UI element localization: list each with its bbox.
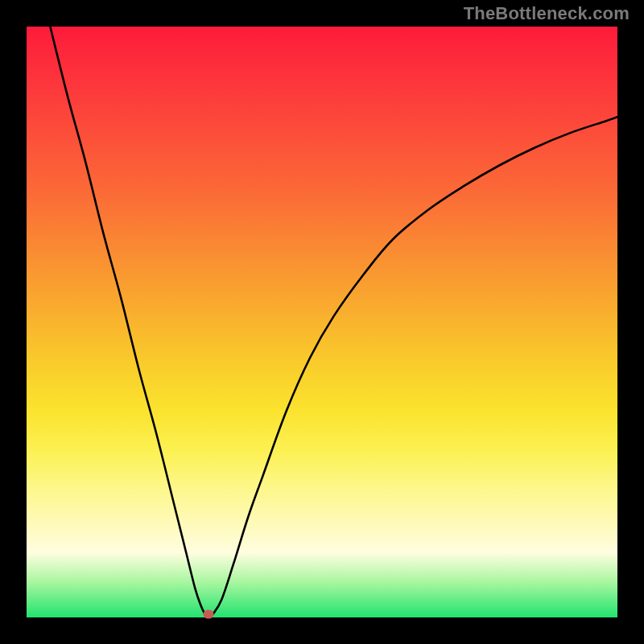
chart-frame: TheBottleneck.com [0, 0, 644, 644]
curve-path [50, 27, 617, 614]
plot-area [27, 27, 617, 617]
bottleneck-curve [27, 27, 617, 617]
minimum-marker [204, 610, 214, 619]
watermark-text: TheBottleneck.com [464, 3, 630, 24]
